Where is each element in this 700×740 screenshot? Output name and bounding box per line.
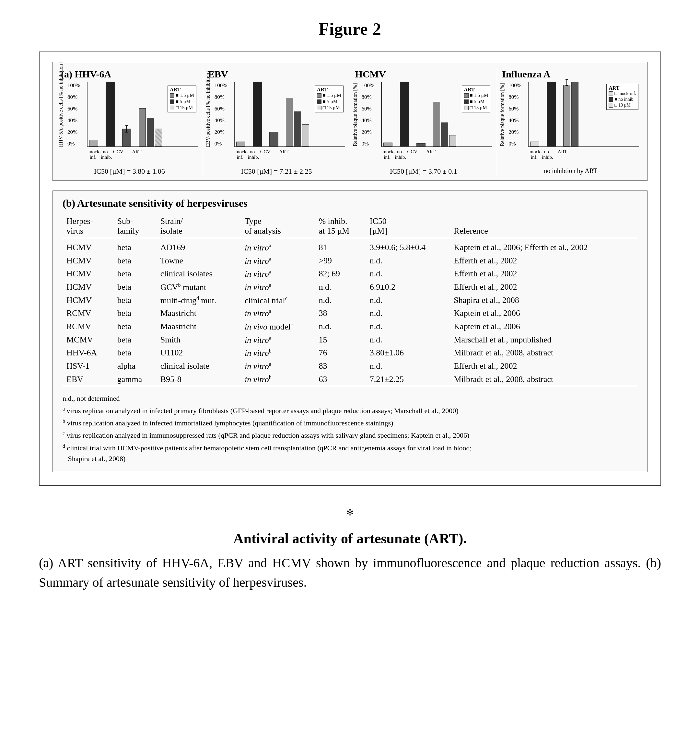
chart-ebv-title: EBV	[208, 69, 228, 80]
cell-type: in vitroa	[241, 307, 315, 320]
table-row: HCMV beta GCVb mutant in vitroa n.d. 6.9…	[63, 280, 637, 294]
y-tick: 100%	[509, 82, 521, 89]
y-tick: 80%	[215, 94, 228, 100]
y-tick: 60%	[68, 106, 80, 112]
cell-virus: HCMV	[63, 238, 113, 254]
table-row: HHV-6A beta U1102 in vitrob 76 3.80±1.06…	[63, 347, 637, 360]
y-tick: 80%	[68, 94, 80, 100]
cell-ic50: n.d.	[366, 267, 450, 280]
y-tick: 100%	[362, 82, 375, 89]
cell-ic50: n.d.	[366, 360, 450, 373]
cell-strain: Smith	[156, 333, 241, 347]
x-label: mock-inf.	[235, 149, 245, 160]
y-tick: 0%	[362, 141, 375, 147]
y-tick: 20%	[68, 129, 80, 135]
footnote-nd: n.d., not determined	[63, 393, 637, 404]
x-label: mock-inf.	[383, 149, 392, 160]
ebv-legend: ART ■ 1.5 μM ■ 5 μM □ 15 μM	[315, 85, 344, 112]
footnote-a: a virus replication analyzed in infected…	[63, 405, 637, 416]
panel-b-title: (b) Artesunate sensitivity of herpesviru…	[63, 197, 637, 209]
cell-inhib: 83	[315, 360, 366, 373]
cell-type: in vitroa	[241, 267, 315, 280]
y-axis-label-hcmv: Relative plaque formation [%]	[352, 83, 358, 146]
cell-subfamily: beta	[113, 294, 156, 307]
cell-ref: Milbradt et al., 2008, abstract	[450, 373, 637, 386]
chart-influenza: Influenza A Relative plaque formation [%…	[497, 69, 644, 176]
cell-ic50: n.d.	[366, 294, 450, 307]
x-label: no inhib.	[395, 149, 404, 160]
y-tick: 0%	[509, 141, 521, 147]
figure-box: (a) HHV-6A HHV-5A-positive cells [% no i…	[39, 51, 661, 486]
table-row: HCMV beta Towne in vitroa >99 n.d. Effer…	[63, 254, 637, 268]
y-tick: 60%	[215, 106, 228, 112]
cell-virus: HSV-1	[63, 360, 113, 373]
x-label: no inhib.	[542, 149, 551, 160]
y-tick: 100%	[215, 82, 228, 89]
x-label: mock-inf.	[529, 149, 538, 160]
cell-virus: RCMV	[63, 320, 113, 333]
cell-ref: Kaptein et al., 2006; Efferth et al., 20…	[450, 238, 637, 254]
table-row: RCMV beta Maastricht in vivo modelc n.d.…	[63, 320, 637, 333]
cell-inhib: 38	[315, 307, 366, 320]
y-tick: 20%	[215, 129, 228, 135]
col-strain: Strain/isolate	[156, 214, 241, 238]
cell-ic50: n.d.	[366, 307, 450, 320]
table-row: HCMV beta multi-drugd mut. clinical tria…	[63, 294, 637, 307]
y-tick: 40%	[215, 117, 228, 124]
cell-strain: multi-drugd mut.	[156, 294, 241, 307]
cell-inhib: 63	[315, 373, 366, 386]
cell-ref: Efferth et al., 2002	[450, 254, 637, 268]
cell-strain: GCVb mutant	[156, 280, 241, 294]
cell-type: in vivo modelc	[241, 320, 315, 333]
caption-title: Antiviral activity of artesunate (ART).	[39, 530, 661, 547]
cell-ref: Efferth et al., 2002	[450, 267, 637, 280]
x-label: ART	[554, 149, 571, 160]
y-tick: 60%	[362, 106, 375, 112]
y-tick: 40%	[509, 117, 521, 124]
y-tick: 20%	[509, 129, 521, 135]
col-reference: Reference	[450, 214, 637, 238]
cell-strain: clinical isolates	[156, 267, 241, 280]
col-herpesvirus: Herpes-virus	[63, 214, 113, 238]
col-ic50: IC50[μM]	[366, 214, 450, 238]
caption-text: (a) ART sensitivity of HHV-6A, EBV and H…	[39, 554, 661, 592]
cell-subfamily: beta	[113, 320, 156, 333]
cell-ref: Milbradt et al., 2008, abstract	[450, 347, 637, 360]
cell-type: in vitroa	[241, 360, 315, 373]
x-label: GCV	[260, 149, 269, 160]
cell-type: in vitroa	[241, 238, 315, 254]
cell-virus: HCMV	[63, 267, 113, 280]
cell-ref: Efferth et al., 2002	[450, 280, 637, 294]
cell-type: in vitroa	[241, 280, 315, 294]
cell-strain: Maastricht	[156, 320, 241, 333]
y-tick: 40%	[362, 117, 375, 124]
x-label: ART	[272, 149, 295, 160]
ic50-influenza: no inhibtion by ART	[544, 167, 597, 175]
chart-hhv6a-title: (a) HHV-6A	[61, 69, 111, 80]
chart-hcmv-title: HCMV	[355, 69, 386, 80]
cell-inhib: 15	[315, 333, 366, 347]
cell-subfamily: beta	[113, 280, 156, 294]
col-type: Typeof analysis	[241, 214, 315, 238]
panel-b: (b) Artesunate sensitivity of herpesviru…	[53, 191, 647, 472]
cell-strain: B95-8	[156, 373, 241, 386]
chart-hhv6a: (a) HHV-6A HHV-5A-positive cells [% no i…	[56, 69, 203, 176]
cell-ic50: 3.80±1.06	[366, 347, 450, 360]
y-tick: 100%	[68, 82, 80, 89]
cell-subfamily: gamma	[113, 373, 156, 386]
chart-area-hcmv: ART ■ 1.5 μM ■ 5 μM □ 15 μM	[381, 82, 492, 147]
cell-subfamily: beta	[113, 333, 156, 347]
cell-ic50: n.d.	[366, 333, 450, 347]
cell-virus: MCMV	[63, 333, 113, 347]
cell-type: in vitroa	[241, 254, 315, 268]
y-tick: 80%	[362, 94, 375, 100]
ic50-ebv: IC50 [μM] = 7.21 ± 2.25	[241, 167, 312, 176]
x-label: GCV	[407, 149, 416, 160]
footnotes: n.d., not determined a virus replication…	[63, 393, 637, 464]
cell-ic50: 3.9±0.6; 5.8±0.4	[366, 238, 450, 254]
cell-strain: U1102	[156, 347, 241, 360]
cell-inhib: 81	[315, 238, 366, 254]
y-axis-label-ebv: EBV-positive cells [% no inhibition]	[205, 82, 211, 147]
cell-subfamily: beta	[113, 347, 156, 360]
cell-ic50: 7.21±2.25	[366, 373, 450, 386]
